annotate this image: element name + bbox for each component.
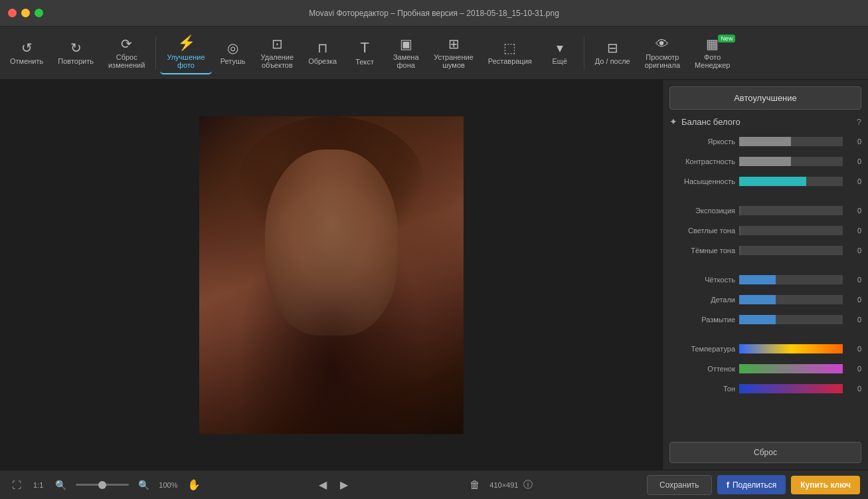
hand-tool-button[interactable]: ✋ [187,478,201,491]
zoom-slider[interactable] [76,484,129,486]
info-button[interactable]: ⓘ [523,479,533,491]
text-button[interactable]: T Текст [345,37,385,70]
blur-slider[interactable] [739,315,843,324]
details-value: 0 [843,296,861,304]
contrast-fill [739,157,791,166]
reset-icon: ⟳ [121,37,132,50]
right-panel: Автоулучшение ✦ Баланс белого ? Яркость … [662,80,868,470]
wand-icon: ✦ [669,116,677,127]
blur-fill [739,315,776,324]
reset-button[interactable]: Сброс [669,442,861,463]
zoom-out-icon: 🔍 [55,480,66,490]
remove-objects-icon: ⊡ [272,37,283,50]
crop-button[interactable]: ⊓ Обрезка [302,37,343,69]
contrast-row: Контрастность 0 [669,153,861,169]
save-button[interactable]: Сохранить [647,475,712,495]
tint-slider[interactable] [739,364,843,373]
minimize-button[interactable] [21,9,30,17]
buy-key-button[interactable]: Купить ключ [791,476,860,494]
tone-row: Тон 0 [669,381,861,397]
window-title: Movavi Фоторедактор – Пробная версия – 2… [309,9,559,18]
details-fill [739,295,776,304]
preview-original-button[interactable]: 👁 Просмотр оригинала [638,33,687,73]
titlebar: Movavi Фоторедактор – Пробная версия – 2… [0,0,868,27]
saturation-slider[interactable] [739,177,843,186]
details-slider[interactable] [739,295,843,304]
restore-button[interactable]: ⬚ Реставрация [481,37,539,69]
share-button[interactable]: f Поделиться [717,475,786,494]
fullscreen-button[interactable]: ⛶ [8,477,25,493]
zoom-out-button[interactable]: 🔍 [51,477,70,493]
tint-value: 0 [843,365,861,373]
spacer [669,401,861,438]
remove-objects-button[interactable]: ⊡ Удаление объектов [254,33,301,73]
facebook-icon: f [727,480,729,490]
sharpness-row: Чёткость 0 [669,272,861,288]
tint-label: Оттенок [669,365,739,373]
redo-button[interactable]: ↻ Повторить [51,37,100,69]
details-label: Детали [669,296,739,304]
share-label: Поделиться [733,480,776,490]
divider-2 [669,262,861,268]
saturation-row: Насыщенность 0 [669,173,861,189]
denoise-button[interactable]: ⊞ Устранение шумов [427,33,480,73]
toolbar: ↺ Отменить ↻ Повторить ⟳ Сброс изменений… [0,27,868,80]
maximize-button[interactable] [35,9,43,17]
close-button[interactable] [8,9,17,17]
contrast-slider[interactable] [739,157,843,166]
reset-changes-button[interactable]: ⟳ Сброс изменений [102,33,151,73]
photo-manager-wrap: ▦ Фото Менеджер New [688,33,737,73]
restore-icon: ⬚ [503,41,516,54]
temperature-label: Температура [669,345,739,353]
help-icon[interactable]: ? [857,117,861,127]
undo-button[interactable]: ↺ Отменить [3,37,50,69]
exposure-slider[interactable] [739,206,843,215]
more-button[interactable]: ▾ Ещё [540,37,580,69]
brightness-fill [739,137,791,146]
sharpness-slider[interactable] [739,275,843,284]
blur-label: Размытие [669,316,739,324]
temperature-slider[interactable] [739,344,843,353]
replace-bg-icon: ▣ [400,37,412,50]
replace-bg-button[interactable]: ▣ Замена фона [386,33,426,73]
image-size: 410×491 [489,481,518,489]
bottombar: ⛶ 1:1 🔍 🔍 100% ✋ ◀ ▶ 🗑 410×491 ⓘ Сохрани… [0,470,868,499]
exposure-fill [739,206,740,215]
brightness-value: 0 [843,138,861,146]
temperature-row: Температура 0 [669,341,861,357]
zoom-ratio: 1:1 [31,481,46,489]
autoenhance-button[interactable]: Автоулучшение [669,86,861,110]
highlights-row: Светлые тона 0 [669,223,861,239]
eye-icon: 👁 [655,37,669,50]
brightness-row: Яркость 0 [669,134,861,150]
retouch-button[interactable]: ◎ Ретушь [213,37,253,69]
highlights-slider[interactable] [739,226,843,235]
canvas-area[interactable] [0,80,662,470]
exposure-label: Экспозиция [669,207,739,215]
enhance-photo-button[interactable]: ⚡ Улучшение фото [160,32,211,74]
photo-manager-icon: ▦ [706,37,719,50]
saturation-value: 0 [843,177,861,185]
divider-3 [669,332,861,337]
tone-slider[interactable] [739,384,843,393]
prev-image-button[interactable]: ◀ [315,476,331,494]
toolbar-divider-1 [155,37,156,70]
delete-button[interactable]: 🗑 [466,476,484,494]
zoom-in-icon: 🔍 [138,480,149,490]
highlights-value: 0 [843,227,861,235]
temperature-value: 0 [843,345,861,353]
shadows-slider[interactable] [739,246,843,255]
zoom-in-button[interactable]: 🔍 [134,477,153,493]
shadows-value: 0 [843,247,861,254]
exposure-row: Экспозиция 0 [669,203,861,219]
retouch-icon: ◎ [227,41,238,54]
contrast-label: Контрастность [669,157,739,165]
tone-value: 0 [843,385,861,393]
before-after-icon: ⊟ [607,41,618,54]
white-balance-header: ✦ Баланс белого ? [669,114,861,130]
highlights-fill [739,226,740,235]
brightness-slider[interactable] [739,137,843,146]
before-after-button[interactable]: ⊟ До / после [588,37,637,69]
next-image-button[interactable]: ▶ [336,476,352,494]
saturation-label: Насыщенность [669,177,739,185]
